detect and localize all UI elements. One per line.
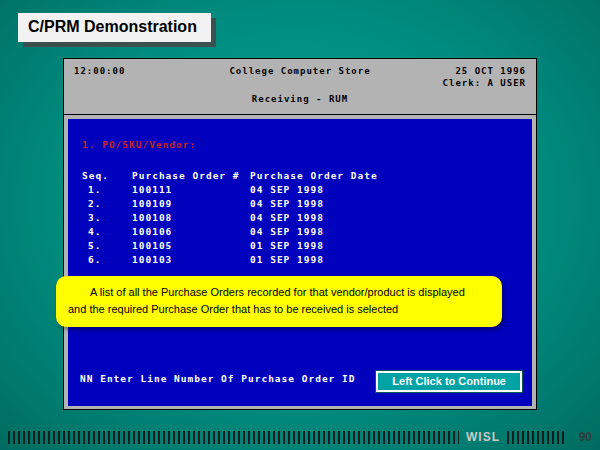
seq-cell: 2.: [82, 197, 132, 211]
seq-cell: 4.: [82, 225, 132, 239]
store-name: College Computer Store: [187, 66, 413, 76]
po-table-header: Seq. Purchase Order # Purchase Order Dat…: [82, 169, 522, 183]
continue-button[interactable]: Left Click to Continue: [376, 371, 522, 392]
table-row: 5. 100105 01 SEP 1998: [82, 239, 522, 253]
clerk-label: Clerk: A USER: [74, 78, 526, 88]
footer-barcode: WISL 90: [8, 430, 592, 444]
callout-line: and the required Purchase Order that has…: [68, 301, 490, 318]
seq-cell: 1.: [82, 183, 132, 197]
col-po: Purchase Order #: [132, 169, 250, 183]
callout-line: A list of all the Purchase Orders record…: [68, 284, 490, 301]
seq-cell: 6.: [82, 253, 132, 267]
line-number-prompt: NN Enter Line Number Of Purchase Order I…: [80, 373, 356, 384]
slide-title: C/PRM Demonstration: [18, 13, 211, 42]
date-cell: 01 SEP 1998: [250, 239, 522, 253]
po-cell: 100103: [132, 253, 250, 267]
po-cell: 100109: [132, 197, 250, 211]
slide: C/PRM Demonstration 12:00:00 College Com…: [0, 0, 600, 450]
seq-cell: 5.: [82, 239, 132, 253]
screen-title: Receiving - RUM: [74, 94, 526, 104]
table-row: 6. 100103 01 SEP 1998: [82, 253, 522, 267]
annotation-callout: A list of all the Purchase Orders record…: [56, 276, 502, 327]
wisl-label: WISL: [466, 430, 500, 444]
date-cell: 04 SEP 1998: [250, 225, 522, 239]
terminal-window: 12:00:00 College Computer Store 25 OCT 1…: [63, 58, 537, 410]
po-cell: 100105: [132, 239, 250, 253]
table-row: 1. 100111 04 SEP 1998: [82, 183, 522, 197]
po-prompt: 1. PO/SKU/Vendor:: [82, 139, 196, 150]
table-row: 3. 100108 04 SEP 1998: [82, 211, 522, 225]
seq-cell: 3.: [82, 211, 132, 225]
date-cell: 04 SEP 1998: [250, 211, 522, 225]
po-screen: 1. PO/SKU/Vendor: Seq. Purchase Order # …: [68, 119, 532, 406]
table-row: 4. 100106 04 SEP 1998: [82, 225, 522, 239]
barcode-right: [507, 431, 565, 444]
barcode-left: [8, 431, 459, 444]
terminal-header: 12:00:00 College Computer Store 25 OCT 1…: [64, 59, 536, 115]
page-number: 90: [572, 430, 592, 444]
time-display: 12:00:00: [74, 66, 187, 76]
col-seq: Seq.: [82, 169, 132, 183]
po-cell: 100111: [132, 183, 250, 197]
date-cell: 01 SEP 1998: [250, 253, 522, 267]
table-row: 2. 100109 04 SEP 1998: [82, 197, 522, 211]
po-table: Seq. Purchase Order # Purchase Order Dat…: [82, 169, 522, 267]
col-date: Purchase Order Date: [250, 169, 522, 183]
date-display: 25 OCT 1996: [413, 66, 526, 76]
date-cell: 04 SEP 1998: [250, 183, 522, 197]
po-cell: 100106: [132, 225, 250, 239]
date-cell: 04 SEP 1998: [250, 197, 522, 211]
po-cell: 100108: [132, 211, 250, 225]
